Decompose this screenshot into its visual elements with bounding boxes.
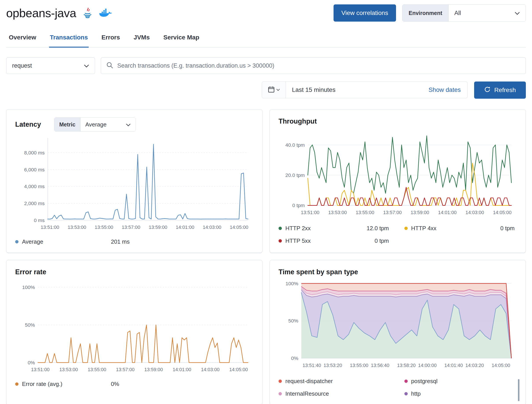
- legend-item-http[interactable]: http: [404, 390, 517, 397]
- svg-text:13:59:00: 13:59:00: [144, 367, 163, 372]
- latency-metric-group: Metric Average: [54, 117, 136, 131]
- tab-service-map[interactable]: Service Map: [162, 29, 200, 48]
- throughput-chart[interactable]: 0 tpm20.0 tpm40.0 tpm13:51:0013:53:0013:…: [279, 128, 517, 217]
- svg-text:0 tpm: 0 tpm: [292, 203, 305, 208]
- chevron-down-icon: [276, 88, 280, 92]
- svg-text:13:59:00: 13:59:00: [149, 224, 167, 230]
- svg-text:14:05:00: 14:05:00: [492, 363, 510, 368]
- svg-text:13:57:00: 13:57:00: [122, 224, 140, 230]
- svg-text:14:01:00: 14:01:00: [173, 367, 191, 372]
- svg-text:14:03:20: 14:03:20: [465, 363, 484, 368]
- search-icon: [106, 62, 113, 70]
- svg-text:14:05:00: 14:05:00: [230, 224, 248, 230]
- date-picker: Last 15 minutes Show dates: [262, 82, 468, 98]
- svg-text:2,000 ms: 2,000 ms: [24, 201, 45, 206]
- time-range-value[interactable]: Last 15 minutes: [286, 86, 429, 93]
- legend-label: HTTP 5xx: [285, 237, 311, 244]
- svg-text:13:59:00: 13:59:00: [411, 210, 429, 215]
- svg-text:50%: 50%: [288, 318, 298, 324]
- svg-text:13:51:40: 13:51:40: [303, 363, 321, 368]
- legend-scrollbar[interactable]: [518, 379, 519, 401]
- svg-text:13:51:00: 13:51:00: [41, 224, 59, 230]
- legend-label: request-dispatcher: [285, 378, 333, 384]
- svg-text:13:53:00: 13:53:00: [59, 367, 78, 372]
- refresh-icon: [484, 86, 491, 94]
- svg-text:14:03:00: 14:03:00: [201, 367, 220, 372]
- search-transactions-box[interactable]: [101, 57, 526, 74]
- view-correlations-button[interactable]: View correlations: [334, 4, 396, 22]
- error-rate-legend-item[interactable]: Error rate (avg.) 0%: [15, 381, 253, 387]
- page-title: opbeans-java: [6, 6, 76, 20]
- error-rate-chart[interactable]: 0%50%100%13:51:0013:53:0013:55:0013:57:0…: [15, 279, 253, 374]
- chevron-down-icon: [515, 10, 520, 17]
- legend-dot: [15, 240, 19, 243]
- metric-label: Metric: [54, 118, 81, 131]
- time-spent-chart[interactable]: 0%50%100%13:51:4013:53:2013:55:0013:56:4…: [279, 279, 517, 370]
- docker-icon: [99, 8, 112, 18]
- svg-text:13:53:00: 13:53:00: [328, 210, 347, 215]
- svg-text:13:51:00: 13:51:00: [301, 210, 319, 215]
- legend-value: 201 ms: [111, 238, 130, 245]
- svg-text:14:05:00: 14:05:00: [493, 210, 512, 215]
- tab-errors[interactable]: Errors: [101, 29, 121, 48]
- svg-text:0%: 0%: [291, 356, 298, 361]
- tab-transactions[interactable]: Transactions: [49, 29, 89, 48]
- svg-text:13:55:00: 13:55:00: [95, 224, 113, 230]
- calendar-icon: [268, 86, 275, 94]
- legend-dot: [404, 379, 408, 383]
- service-tabs: Overview Transactions Errors JVMs Servic…: [6, 29, 526, 48]
- svg-text:13:55:00: 13:55:00: [356, 210, 374, 215]
- environment-select[interactable]: Environment All: [402, 4, 526, 22]
- svg-text:14:01:40: 14:01:40: [444, 363, 463, 368]
- time-spent-panel: Time spent by span type 0%50%100%13:51:4…: [270, 260, 526, 404]
- environment-value: All: [454, 10, 461, 17]
- legend-item-http-4xx[interactable]: HTTP 4xx 0 tpm: [404, 225, 517, 232]
- transaction-type-select[interactable]: request: [6, 57, 95, 74]
- chevron-down-icon: [126, 121, 131, 128]
- svg-text:14:01:00: 14:01:00: [438, 210, 456, 215]
- time-spent-legend: request-dispatcher postgresql InternalRe…: [279, 378, 517, 397]
- legend-label: postgresql: [411, 378, 438, 384]
- svg-text:14:05:00: 14:05:00: [229, 367, 248, 372]
- svg-text:14:00:00: 14:00:00: [418, 363, 437, 368]
- legend-dot: [404, 227, 408, 230]
- tab-overview[interactable]: Overview: [8, 29, 37, 48]
- svg-text:13:53:00: 13:53:00: [68, 224, 86, 230]
- legend-item-http-2xx[interactable]: HTTP 2xx 12.0 tpm: [279, 225, 391, 232]
- svg-text:20.0 tpm: 20.0 tpm: [285, 172, 305, 178]
- svg-text:13:58:20: 13:58:20: [397, 363, 416, 368]
- error-rate-panel: Error rate 0%50%100%13:51:0013:53:0013:5…: [6, 260, 262, 404]
- latency-legend-item[interactable]: Average 201 ms: [15, 238, 253, 245]
- latency-metric-select[interactable]: Average: [81, 118, 136, 131]
- chevron-down-icon: [84, 62, 89, 69]
- legend-item-http-5xx[interactable]: HTTP 5xx 0 tpm: [279, 237, 391, 244]
- svg-text:100%: 100%: [285, 281, 298, 286]
- legend-item-postgresql[interactable]: postgresql: [404, 378, 517, 384]
- svg-text:8,000 ms: 8,000 ms: [24, 150, 45, 156]
- legend-dot: [279, 239, 282, 242]
- svg-text:13:56:40: 13:56:40: [371, 363, 389, 368]
- legend-label: Error rate (avg.): [22, 381, 111, 387]
- legend-value: 12.0 tpm: [367, 225, 391, 232]
- legend-item-internalresource[interactable]: InternalResource: [279, 390, 391, 397]
- svg-text:13:55:00: 13:55:00: [350, 363, 368, 368]
- panel-title: Throughput: [279, 117, 317, 125]
- calendar-button[interactable]: [262, 82, 286, 98]
- legend-label: HTTP 2xx: [285, 225, 311, 232]
- java-icon: [82, 7, 93, 19]
- tab-jvms[interactable]: JVMs: [133, 29, 151, 48]
- svg-text:0 ms: 0 ms: [34, 218, 45, 223]
- refresh-button[interactable]: Refresh: [474, 82, 526, 99]
- show-dates-link[interactable]: Show dates: [429, 86, 467, 93]
- legend-item-request-dispatcher[interactable]: request-dispatcher: [279, 378, 391, 384]
- transaction-type-value: request: [12, 62, 32, 69]
- legend-value: 0%: [111, 381, 119, 387]
- search-transactions-input[interactable]: [117, 62, 520, 69]
- svg-text:13:57:00: 13:57:00: [116, 367, 134, 372]
- svg-text:13:53:20: 13:53:20: [324, 363, 342, 368]
- svg-text:14:01:00: 14:01:00: [176, 224, 194, 230]
- throughput-panel: Throughput 0 tpm20.0 tpm40.0 tpm13:51:00…: [270, 109, 526, 253]
- charts-grid: Latency Metric Average 0 ms2,000 ms4,000…: [6, 109, 526, 404]
- svg-text:50%: 50%: [25, 322, 35, 328]
- latency-chart[interactable]: 0 ms2,000 ms4,000 ms6,000 ms8,000 ms13:5…: [15, 135, 253, 232]
